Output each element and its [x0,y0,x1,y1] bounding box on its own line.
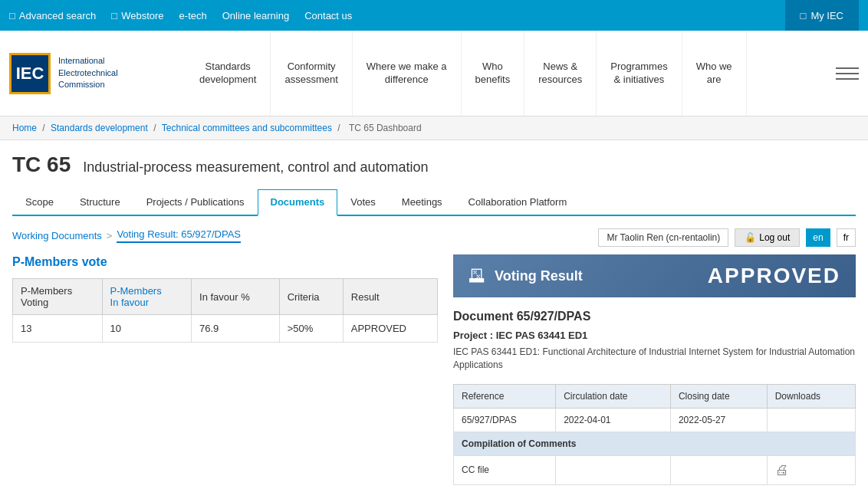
user-name: Mr Taolin Ren (cn-rentaolin) [598,228,728,247]
advanced-search-link[interactable]: □ Advanced search [9,10,96,21]
vote-row: 13 10 76.9 >50% APPROVED [13,315,438,343]
breadcrumb-tc[interactable]: Technical committees and subcommittees [162,123,332,133]
online-learning-link[interactable]: Online learning [222,10,289,21]
cc-download-icon[interactable]: 🖨 [767,455,855,484]
right-panel: Mr Taolin Ren (cn-rentaolin) 🔓 Log out e… [453,228,856,485]
doc-col-closing: Closing date [670,384,767,408]
doc-reference: 65/927/DPAS [454,408,556,432]
checkbox-icon-2: □ [111,10,117,21]
breadcrumb-sep-2: / [153,123,159,133]
compilation-header-cell: Compilation of Comments [454,432,856,455]
logo-area: IEC International Electrotechnical Commi… [9,53,163,94]
checkbox-icon: □ [9,10,15,21]
hamburger-menu[interactable] [836,62,859,85]
top-bar: □ Advanced search □ Webstore e-tech Onli… [0,0,868,31]
voting-result-label: Voting Result [495,268,699,284]
tab-scope[interactable]: Scope [12,189,67,215]
vote-col-voting: P-Members Voting [13,279,103,315]
vote-in-favour-pct: 76.9 [192,315,280,343]
tab-meetings[interactable]: Meetings [389,189,455,215]
breadcrumb: Home / Standards development / Technical… [0,117,868,140]
breadcrumb-home[interactable]: Home [12,123,37,133]
my-iec-icon: □ [801,10,807,21]
vote-col-criteria: Criteria [279,279,343,315]
nav-standards-development[interactable]: Standards development [186,31,271,116]
doc-breadcrumb-arrow: > [107,230,113,241]
logout-button[interactable]: 🔓 Log out [735,228,800,247]
iec-logo: IEC [9,53,51,94]
user-bar: Mr Taolin Ren (cn-rentaolin) 🔓 Log out e… [453,228,856,247]
ballot-icon: 🗳 [469,266,485,286]
org-name: International Electrotechnical Commissio… [58,55,118,90]
project-description: IEC PAS 63441 ED1: Functional Architectu… [453,346,856,372]
vote-col-result: Result [343,279,437,315]
tc-number: TC 65 [12,153,71,177]
main-nav: IEC International Electrotechnical Commi… [0,31,868,117]
working-docs-link[interactable]: Working Documents [12,230,102,241]
content-area: Working Documents > Voting Result: 65/92… [12,228,856,485]
tab-projects[interactable]: Projects / Publications [133,189,258,215]
nav-news-resources[interactable]: News & resources [524,31,597,116]
tab-documents[interactable]: Documents [258,189,338,216]
page-content: TC 65 Industrial-process measurement, co… [0,140,868,489]
vote-result: APPROVED [343,315,437,343]
breadcrumb-sep-3: / [337,123,343,133]
nav-where-we-make[interactable]: Where we make a difference [353,31,462,116]
compilation-section-row: Compilation of Comments [454,432,856,455]
my-iec-button[interactable]: □ My IEC [785,0,859,31]
vote-criteria: >50% [279,315,343,343]
cc-file-label: CC file [454,455,556,484]
tabs: Scope Structure Projects / Publications … [12,189,856,216]
printer-icon: 🖨 [775,462,789,478]
nav-who-we-are[interactable]: Who we are [682,31,747,116]
tc-title: Industrial-process measurement, control … [83,159,428,176]
doc-downloads-cell [767,408,855,432]
breadcrumb-current: TC 65 Dashboard [349,123,422,133]
doc-col-reference: Reference [454,384,556,408]
voting-result-header: 🗳 Voting Result APPROVED [453,254,856,297]
doc-col-circulation: Circulation date [556,384,671,408]
breadcrumb-sep-1: / [42,123,48,133]
p-members-title: P-Members vote [12,255,438,269]
cc-row: CC file 🖨 [454,455,856,484]
vote-voting-count: 13 [13,315,103,343]
logout-icon: 🔓 [745,232,756,243]
project-name: IEC PAS 63441 ED1 [496,330,588,341]
doc-circulation-date: 2022-04-01 [556,408,671,432]
tab-votes[interactable]: Votes [337,189,389,215]
nav-conformity-assessment[interactable]: Conformity assessment [271,31,352,116]
lang-fr-button[interactable]: fr [837,228,856,247]
tab-structure[interactable]: Structure [67,189,133,215]
webstore-link[interactable]: □ Webstore [111,10,163,21]
lang-en-button[interactable]: en [806,228,830,247]
doc-main-row: 65/927/DPAS 2022-04-01 2022-05-27 [454,408,856,432]
tab-collaboration[interactable]: Collaboration Platform [455,189,580,215]
vote-col-in-favour: P-Members In favour [102,279,192,315]
tc-header: TC 65 Industrial-process measurement, co… [12,153,856,177]
doc-closing-date: 2022-05-27 [670,408,767,432]
nav-who-benefits[interactable]: Who benefits [462,31,525,116]
approved-badge: APPROVED [708,264,840,288]
left-panel: Working Documents > Voting Result: 65/92… [12,228,438,485]
vote-table: P-Members Voting P-Members In favour In … [12,278,438,343]
project-label-text: Project : [453,330,493,341]
document-table: Reference Circulation date Closing date … [453,384,856,485]
nav-items: Standards development Conformity assessm… [186,31,747,116]
doc-breadcrumb: Working Documents > Voting Result: 65/92… [12,228,438,243]
document-title: Document 65/927/DPAS [453,310,856,323]
vote-in-favour-count: 10 [102,315,192,343]
breadcrumb-standards[interactable]: Standards development [51,123,148,133]
vote-col-pct: In favour % [192,279,280,315]
voting-result-link[interactable]: Voting Result: 65/927/DPAS [117,228,241,243]
contact-us-link[interactable]: Contact us [304,10,352,21]
doc-col-downloads: Downloads [767,384,855,408]
nav-programmes-initiatives[interactable]: Programmes & initiatives [597,31,682,116]
project-label: Project : IEC PAS 63441 ED1 [453,330,856,341]
etech-link[interactable]: e-tech [179,10,207,21]
